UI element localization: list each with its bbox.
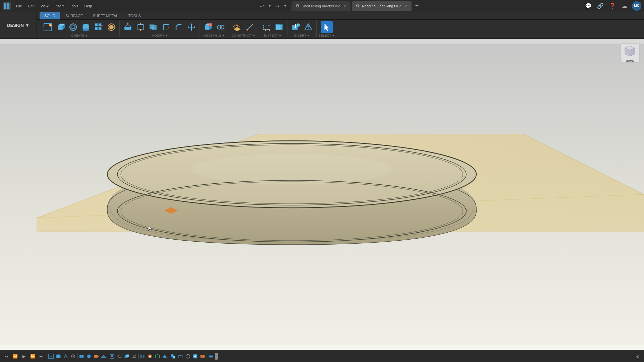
undo-button[interactable]: ↩ xyxy=(257,1,267,11)
tab-surface[interactable]: SURFACE xyxy=(61,12,88,19)
chat-icon[interactable]: 💬 xyxy=(584,1,593,11)
timeline-item-8[interactable] xyxy=(100,353,107,360)
timeline-item-13[interactable] xyxy=(139,353,146,360)
timeline-end-button[interactable]: ⏭ xyxy=(38,353,45,360)
appstore-button[interactable] xyxy=(105,21,117,33)
create-group-label: CREATE xyxy=(71,34,85,37)
timeline-item-4[interactable] xyxy=(70,353,76,360)
timeline-end-marker[interactable] xyxy=(215,353,218,360)
svg-rect-3 xyxy=(7,6,9,9)
tab-sheet-metal[interactable]: SHEET METAL xyxy=(88,12,123,19)
timeline-next-button[interactable]: ⏩ xyxy=(29,353,36,360)
add-tab-button[interactable]: + xyxy=(413,2,421,10)
svg-rect-150 xyxy=(209,356,213,357)
orientation-cube[interactable]: HOME xyxy=(620,43,640,63)
user-avatar[interactable]: MK xyxy=(632,1,641,11)
timeline-item-11[interactable] xyxy=(123,353,130,360)
combine-button[interactable] xyxy=(147,21,159,33)
tab-solid-label: SOLID xyxy=(44,14,55,18)
create-label[interactable]: CREATE ▼ xyxy=(71,34,88,37)
menu-edit[interactable]: Edit xyxy=(25,3,37,9)
tab-reading-light[interactable]: ⚙ Reading Light Rings v1* ✕ xyxy=(352,1,412,11)
push-pull-button[interactable] xyxy=(122,21,134,33)
tab-tools[interactable]: TOOLS xyxy=(123,12,145,19)
modify-label[interactable]: MODIFY ▼ xyxy=(152,34,167,37)
timeline-start-button[interactable]: ⏮ xyxy=(3,353,10,360)
tab-solid[interactable]: SOLID xyxy=(40,12,60,19)
timeline-item-3[interactable] xyxy=(62,353,69,360)
timeline-item-19[interactable] xyxy=(184,353,191,360)
insert-label[interactable]: INSERT ▼ xyxy=(294,34,309,37)
insert-mesh-button[interactable] xyxy=(302,21,314,33)
assemble-buttons: + xyxy=(202,21,227,33)
menu-insert[interactable]: Insert xyxy=(52,3,66,9)
svg-text:+: + xyxy=(210,23,211,26)
timeline-item-21[interactable] xyxy=(199,353,206,360)
timeline-play-button[interactable]: ▶ xyxy=(20,353,28,360)
undo-dropdown[interactable]: ▼ xyxy=(267,1,272,11)
redo-dropdown[interactable]: ▼ xyxy=(283,1,287,11)
timeline-item-14[interactable] xyxy=(147,353,153,360)
link-icon[interactable]: 🔗 xyxy=(596,1,605,11)
timeline-item-10[interactable] xyxy=(116,353,123,360)
chamfer-button[interactable] xyxy=(173,21,185,33)
timeline-item-7[interactable] xyxy=(93,353,100,360)
timeline-item-6[interactable] xyxy=(86,353,92,360)
inspect-measure-button[interactable] xyxy=(260,21,272,33)
sphere-button[interactable] xyxy=(67,21,79,33)
timeline-item-1[interactable] xyxy=(48,353,54,360)
help-icon[interactable]: ❓ xyxy=(608,1,617,11)
timeline-item-20[interactable] xyxy=(192,353,199,360)
new-component-button[interactable]: + xyxy=(202,21,214,33)
svg-marker-32 xyxy=(127,22,129,23)
timeline-item-12[interactable] xyxy=(131,353,138,360)
measure-button[interactable] xyxy=(244,21,256,33)
select-button[interactable] xyxy=(321,21,333,33)
timeline-settings-button[interactable]: ⚙ xyxy=(634,353,641,360)
top-right-icons: 💬 🔗 ❓ ☁ MK xyxy=(584,1,641,11)
inspect-label[interactable]: INSPECT ▼ xyxy=(264,34,281,37)
tab-close-1[interactable]: ✕ xyxy=(344,4,346,8)
top-bar: File Edit View Insert Tools Help ↩ ▼ ↪ ▼… xyxy=(0,0,644,12)
timeline-item-22[interactable] xyxy=(208,353,214,360)
viewport[interactable]: HOME xyxy=(0,39,644,350)
menu-tools[interactable]: Tools xyxy=(67,3,81,9)
timeline-item-5[interactable] xyxy=(78,353,85,360)
fillet-button[interactable] xyxy=(160,21,172,33)
cylinder-button[interactable] xyxy=(80,21,92,33)
timeline-item-9[interactable] xyxy=(109,353,115,360)
section-analysis-button[interactable] xyxy=(273,21,285,33)
move-face-button[interactable] xyxy=(135,21,147,33)
timeline-item-18[interactable] xyxy=(177,353,184,360)
tab-shelf-bracket[interactable]: ⚙ Shelf railing bracket v5* ✕ xyxy=(291,1,351,11)
menu-file[interactable]: File xyxy=(13,3,25,9)
construct-label[interactable]: CONSTRUCT ▼ xyxy=(232,34,255,37)
assemble-label[interactable]: ASSEMBLE ▼ xyxy=(204,34,225,37)
tab-surface-label: SURFACE xyxy=(65,14,83,18)
construct-group: CONSTRUCT ▼ xyxy=(229,21,258,37)
menu-view[interactable]: View xyxy=(38,3,51,9)
timeline-item-15[interactable] xyxy=(154,353,161,360)
select-group: SELECT ▼ xyxy=(317,21,336,37)
timeline-item-2[interactable] xyxy=(55,353,62,360)
timeline-prev-button[interactable]: ⏪ xyxy=(11,353,19,360)
timeline-item-16[interactable] xyxy=(161,353,168,360)
create-sketch-button[interactable]: + xyxy=(42,21,54,33)
menu-help[interactable]: Help xyxy=(82,3,95,9)
offset-plane-button[interactable] xyxy=(231,21,243,33)
timeline-item-17[interactable] xyxy=(170,353,176,360)
svg-marker-37 xyxy=(140,30,142,31)
cloud-icon[interactable]: ☁ xyxy=(620,1,629,11)
svg-rect-109 xyxy=(56,355,60,358)
tab-close-2[interactable]: ✕ xyxy=(405,4,408,8)
redo-button[interactable]: ↪ xyxy=(273,1,282,11)
svg-point-98 xyxy=(191,154,392,184)
solid-box-button[interactable] xyxy=(54,21,66,33)
select-label[interactable]: SELECT ▼ xyxy=(319,34,334,37)
joint-button[interactable] xyxy=(215,21,227,33)
insert-image-button[interactable] xyxy=(289,21,302,33)
tab-label-1: Shelf railing bracket v5* xyxy=(302,4,340,8)
design-dropdown[interactable]: DESIGN ▼ xyxy=(0,12,37,39)
pattern-button[interactable] xyxy=(93,21,105,33)
move-button[interactable] xyxy=(185,21,198,33)
